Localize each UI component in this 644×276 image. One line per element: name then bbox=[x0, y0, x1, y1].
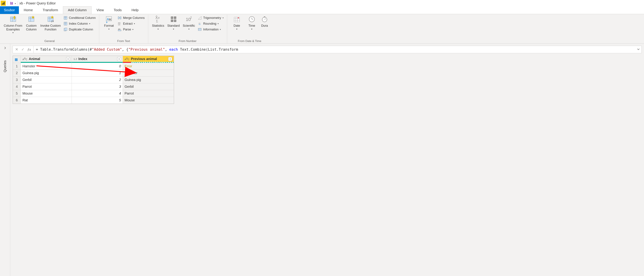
tab-help[interactable]: Help bbox=[126, 6, 144, 14]
statistics-button[interactable]: X̄σΣ Statistics ▼ bbox=[150, 15, 166, 31]
scientific-button[interactable]: 102 Scientific ▼ bbox=[181, 15, 196, 31]
format-button[interactable]: ABC Format ▼ bbox=[102, 15, 116, 31]
column-name: Animal bbox=[29, 57, 40, 61]
cell-animal[interactable]: Parrot bbox=[21, 83, 72, 90]
trigonometry-button[interactable]: Trigonometry bbox=[197, 15, 224, 20]
save-icon[interactable] bbox=[9, 1, 14, 5]
tab-tools[interactable]: Tools bbox=[109, 6, 126, 14]
rounding-icon: .00 bbox=[198, 21, 202, 26]
svg-rect-50 bbox=[198, 28, 201, 31]
cell-index[interactable]: 1 bbox=[72, 70, 123, 76]
conditional-column-icon bbox=[64, 16, 68, 20]
cell-previous-animal[interactable]: Gerbil bbox=[123, 83, 174, 90]
column-header-index[interactable]: 1.2 Index ▾ bbox=[72, 56, 123, 63]
row-number[interactable]: 2 bbox=[13, 70, 21, 76]
filter-dropdown-icon[interactable]: ▾ bbox=[168, 57, 172, 61]
table-row[interactable]: 2Guinea pig1Hamster bbox=[13, 70, 174, 76]
label: Scientific bbox=[183, 24, 195, 28]
standard-button[interactable]: +−÷× Standard ▼ bbox=[166, 15, 181, 31]
svg-rect-30 bbox=[118, 17, 119, 19]
svg-text:abc: abc bbox=[118, 28, 121, 30]
tab-home[interactable]: Home bbox=[19, 6, 38, 14]
qat-dropdown[interactable] bbox=[15, 1, 16, 5]
cell-animal[interactable]: Guinea pig bbox=[21, 70, 72, 76]
invoke-custom-function-button[interactable]: ƒx Invoke Custom Function bbox=[39, 15, 62, 32]
merge-columns-button[interactable]: Merge Columns bbox=[116, 15, 146, 20]
row-number[interactable]: 3 bbox=[13, 76, 21, 83]
row-number[interactable]: 1 bbox=[13, 63, 21, 70]
cell-previous-animal[interactable]: Hamster bbox=[123, 70, 174, 76]
column-header-animal[interactable]: ABC Animal ▾ bbox=[21, 56, 72, 63]
column-from-examples-button[interactable]: Column From Examples ▼ bbox=[2, 15, 24, 34]
duration-button[interactable]: Dura bbox=[260, 15, 270, 28]
ribbon-group-from-datetime: Date ▼ Time ▼ Dura From Date & Time bbox=[227, 15, 272, 43]
formula-controls: ✕ ✓ ƒx bbox=[12, 46, 34, 53]
chevron-down-icon: ▼ bbox=[172, 28, 174, 30]
cell-index[interactable]: 4 bbox=[72, 90, 123, 97]
expand-formula-icon[interactable] bbox=[637, 48, 640, 51]
cell-animal[interactable]: Rat bbox=[21, 97, 72, 104]
svg-text:.00: .00 bbox=[198, 22, 200, 24]
filter-dropdown-icon[interactable]: ▾ bbox=[117, 57, 121, 61]
svg-text:+: + bbox=[171, 16, 172, 19]
column-name: Index bbox=[78, 57, 87, 61]
chevron-down-icon: ▼ bbox=[251, 28, 253, 30]
conditional-column-button[interactable]: Conditional Column bbox=[62, 15, 97, 20]
table-row[interactable]: 1Hamster0Error bbox=[13, 63, 174, 70]
table-row[interactable]: 5Mouse4Parrot bbox=[13, 90, 174, 97]
cell-previous-animal[interactable]: Guinea pig bbox=[123, 76, 174, 83]
data-grid[interactable]: ▦ ABC Animal ▾ 1.2 bbox=[12, 56, 174, 104]
column-header-previous-animal[interactable]: ABC Previous animal ▾ bbox=[123, 56, 174, 63]
cell-index[interactable]: 5 bbox=[72, 97, 123, 104]
clock-icon bbox=[248, 15, 256, 23]
parse-button[interactable]: abc Parse bbox=[116, 27, 146, 32]
cell-previous-animal[interactable]: Parrot bbox=[123, 90, 174, 97]
formula-text: , { bbox=[122, 47, 128, 51]
format-text-icon: ABC bbox=[105, 15, 113, 23]
cell-index[interactable]: 3 bbox=[72, 83, 123, 90]
title-bar: xb - Power Query Editor bbox=[0, 0, 644, 6]
label: Time bbox=[248, 24, 255, 28]
merge-columns-icon bbox=[118, 16, 122, 20]
accept-formula-icon[interactable]: ✓ bbox=[21, 47, 24, 52]
row-number[interactable]: 5 bbox=[13, 90, 21, 97]
extract-button[interactable]: ABC123 Extract bbox=[116, 21, 146, 26]
index-column-button[interactable]: Index Column bbox=[62, 21, 97, 26]
filter-dropdown-icon[interactable]: ▾ bbox=[66, 57, 70, 61]
formula-input[interactable]: = Table.TransformColumns(#"Added Custom"… bbox=[34, 46, 642, 53]
time-button[interactable]: Time ▼ bbox=[244, 15, 259, 31]
stopwatch-icon bbox=[261, 15, 268, 23]
duplicate-column-button[interactable]: Duplicate Column bbox=[62, 27, 97, 32]
svg-rect-31 bbox=[120, 17, 121, 19]
custom-column-button[interactable]: Custom Column bbox=[24, 15, 38, 32]
tab-add-column[interactable]: Add Column bbox=[63, 6, 92, 14]
tab-transform[interactable]: Transform bbox=[38, 6, 63, 14]
cell-animal[interactable]: Mouse bbox=[21, 90, 72, 97]
svg-rect-2 bbox=[4, 2, 4, 4]
formula-text: each bbox=[169, 47, 178, 51]
row-number[interactable]: 4 bbox=[13, 83, 21, 90]
svg-text:X̄σ: X̄σ bbox=[155, 16, 160, 19]
date-button[interactable]: Date ▼ bbox=[230, 15, 244, 31]
text-type-icon: ABC bbox=[124, 57, 130, 61]
cell-previous-animal[interactable]: Error bbox=[123, 63, 174, 70]
svg-rect-21 bbox=[64, 22, 67, 25]
information-button[interactable]: Information bbox=[197, 27, 224, 32]
cell-animal[interactable]: Gerbil bbox=[21, 76, 72, 83]
table-row[interactable]: 3Gerbil2Guinea pig bbox=[13, 76, 174, 83]
cell-index[interactable]: 2 bbox=[72, 76, 123, 83]
cell-previous-animal[interactable]: Mouse bbox=[123, 97, 174, 104]
tab-file[interactable]: Soubor bbox=[0, 6, 19, 14]
expand-queries-button[interactable] bbox=[3, 46, 7, 50]
queries-pane-collapsed: Queries bbox=[0, 44, 10, 276]
table-row[interactable]: 6Rat5Mouse bbox=[13, 97, 174, 104]
cell-animal[interactable]: Hamster bbox=[21, 63, 72, 70]
chevron-down-icon: ▼ bbox=[188, 28, 190, 30]
rounding-button[interactable]: .00 Rounding bbox=[197, 21, 224, 26]
select-all-corner[interactable]: ▦ bbox=[13, 56, 21, 63]
cell-index[interactable]: 0 bbox=[72, 63, 123, 70]
cancel-formula-icon[interactable]: ✕ bbox=[15, 47, 18, 52]
row-number[interactable]: 6 bbox=[13, 97, 21, 104]
tab-view[interactable]: View bbox=[92, 6, 109, 14]
table-row[interactable]: 4Parrot3Gerbil bbox=[13, 83, 174, 90]
